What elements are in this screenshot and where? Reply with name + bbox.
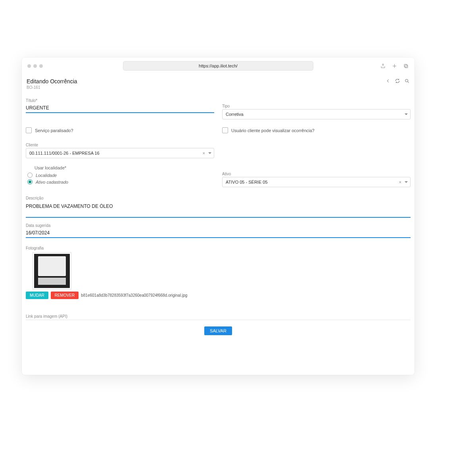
share-icon[interactable] [380, 63, 386, 69]
radio-localidade-label: Localidade [36, 173, 57, 178]
occurrence-code: BO-161 [27, 85, 77, 90]
photo-thumbnail[interactable] [33, 253, 71, 289]
salvar-button[interactable]: SALVAR [204, 326, 232, 335]
svg-point-2 [405, 79, 408, 82]
data-sugerida-input[interactable] [26, 228, 411, 238]
cliente-select[interactable]: 00.111.111/0001-26 - EMPRESA 16 × [26, 148, 214, 158]
field-ativo: Ativo ATIVO 05 - SÉRIE 05 × [222, 172, 411, 187]
ativo-select[interactable]: ATIVO 05 - SÉRIE 05 × [222, 177, 411, 187]
label-fotografia: Fotografia [26, 246, 411, 250]
label-descricao: Descrição [26, 196, 411, 200]
spacer [222, 139, 411, 158]
form-grid: Título* Tipo Corretiva Serviço paralisad… [26, 98, 411, 320]
field-titulo: Título* [26, 98, 214, 119]
descricao-input[interactable] [26, 201, 411, 218]
radio-ativo-cadastrado[interactable] [27, 179, 33, 184]
servico-paralisado-label: Serviço paralisado? [35, 128, 73, 133]
back-arrow-icon[interactable] [385, 78, 391, 84]
chevron-down-icon [405, 181, 408, 183]
svg-rect-1 [404, 64, 407, 67]
tipo-select[interactable]: Corretiva [222, 109, 411, 119]
field-tipo: Tipo Corretiva [222, 104, 411, 119]
radio-ativo-label: Ativo cadastrado [36, 180, 68, 184]
usar-localidade-label: Usar localidade* [35, 165, 214, 170]
titulo-input[interactable] [26, 104, 214, 113]
radio-localidade[interactable] [27, 173, 33, 178]
servico-paralisado-checkbox[interactable] [26, 127, 32, 133]
svg-rect-0 [405, 65, 408, 68]
browser-chrome: https://app.iliot.tech/ [22, 58, 415, 74]
photo-actions-row: MUDAR REMOVER b81e601a8d3b78283593f7a326… [26, 292, 411, 299]
search-icon[interactable] [404, 78, 410, 84]
url-bar[interactable]: https://app.iliot.tech/ [123, 61, 313, 71]
field-link-api: Link para imagem (API) [26, 305, 411, 320]
page-content: Editando Ocorrência BO-161 Título* Tipo … [22, 74, 415, 375]
field-cliente: Cliente 00.111.111/0001-26 - EMPRESA 16 … [26, 143, 214, 158]
mudar-button[interactable]: MUDAR [26, 292, 48, 299]
label-titulo: Título* [26, 98, 214, 103]
traffic-dot[interactable] [39, 64, 43, 68]
browser-window: https://app.iliot.tech/ Editando Ocorrên… [22, 58, 415, 375]
radio-localidade-row[interactable]: Localidade [27, 173, 214, 178]
chrome-right-actions [380, 63, 409, 69]
window-controls [27, 64, 43, 68]
traffic-dot[interactable] [33, 64, 37, 68]
label-data-sugerida: Data sugerida [26, 223, 411, 228]
usar-localidade-group: Usar localidade* Localidade Ativo cadast… [26, 165, 214, 187]
page-title: Editando Ocorrência [27, 78, 77, 84]
cliente-selected: 00.111.111/0001-26 - EMPRESA 16 [29, 151, 100, 155]
label-cliente: Cliente [26, 143, 214, 147]
label-tipo: Tipo [222, 104, 411, 108]
page-header: Editando Ocorrência BO-161 [26, 78, 411, 90]
usuario-cliente-checkbox[interactable] [222, 127, 228, 133]
traffic-dot[interactable] [27, 64, 31, 68]
servico-paralisado-checkbox-row: Serviço paralisado? [26, 127, 214, 133]
radio-ativo-row[interactable]: Ativo cadastrado [27, 179, 214, 184]
clear-cliente-icon[interactable]: × [203, 151, 205, 155]
url-text: https://app.iliot.tech/ [199, 63, 238, 68]
clear-ativo-icon[interactable]: × [399, 180, 401, 184]
field-data-sugerida: Data sugerida [26, 223, 411, 238]
tipo-selected: Corretiva [226, 112, 244, 117]
photo-filename: b81e601a8d3b78283593f7a3260ea007924f668d… [81, 293, 187, 298]
usuario-cliente-label: Usuário cliente pode visualizar ocorrênc… [231, 128, 315, 133]
field-fotografia: Fotografia MUDAR REMOVER b81e601a8d3b782… [26, 246, 411, 299]
save-row: SALVAR [26, 326, 411, 335]
ativo-selected: ATIVO 05 - SÉRIE 05 [226, 180, 268, 184]
chevron-down-icon [208, 152, 211, 154]
field-descricao: Descrição [26, 196, 411, 218]
link-api-input-line[interactable] [26, 320, 411, 320]
usuario-cliente-checkbox-row: Usuário cliente pode visualizar ocorrênc… [222, 127, 411, 133]
label-link-api: Link para imagem (API) [26, 314, 411, 319]
chevron-down-icon [405, 113, 408, 115]
refresh-icon[interactable] [395, 78, 400, 84]
copy-icon[interactable] [403, 63, 409, 69]
plus-icon[interactable] [392, 63, 397, 69]
remover-button[interactable]: REMOVER [51, 292, 79, 299]
header-actions [385, 78, 410, 84]
label-ativo: Ativo [222, 172, 411, 176]
